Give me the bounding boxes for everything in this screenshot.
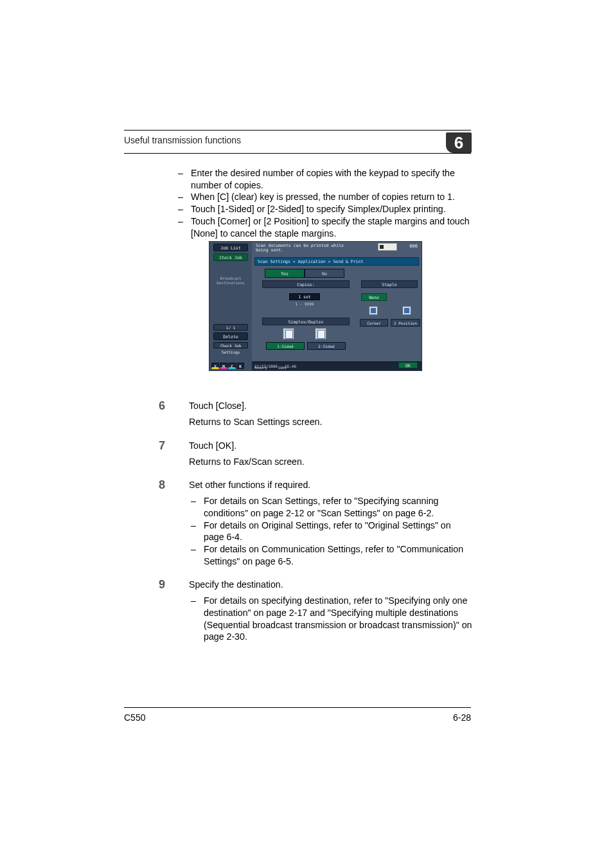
destination-count: 000 xyxy=(409,244,418,249)
two-sided-icon xyxy=(315,328,326,339)
intro-bullet-list: Enter the desired number of copies with … xyxy=(159,167,472,239)
intro-bullet: Touch [1-Sided] or [2-Sided] to specify … xyxy=(191,203,472,215)
status-message: Scan documents can be printed while bein… xyxy=(256,244,344,253)
step-8: 8 Set other functions if required. For d… xyxy=(159,479,472,567)
no-button[interactable]: No xyxy=(305,269,344,278)
toner-k-icon: K xyxy=(236,363,244,369)
footer-rule xyxy=(124,707,471,708)
staple-2position-icon[interactable] xyxy=(402,306,411,315)
header-rule-top xyxy=(124,130,471,131)
footer-memory: Memory 100% xyxy=(254,366,287,370)
toner-y-icon: Y xyxy=(211,363,219,369)
step-8-bullets: For details on Scan Settings, refer to "… xyxy=(159,495,472,567)
chapter-number-badge: 6 xyxy=(446,132,472,153)
step-number: 7 xyxy=(159,439,165,454)
step-number: 6 xyxy=(159,399,165,414)
step-subtext: Returns to Fax/Scan screen. xyxy=(189,456,472,468)
body-content: Enter the desired number of copies with … xyxy=(159,167,472,643)
step-7: 7 Touch [OK]. Returns to Fax/Scan screen… xyxy=(159,440,472,467)
step-number: 8 xyxy=(159,478,165,493)
one-sided-icon xyxy=(283,328,294,339)
intro-bullet: Enter the desired number of copies with … xyxy=(191,167,472,191)
screenshot-main: Scan documents can be printed while bein… xyxy=(252,242,422,370)
screenshot-sidebar: Job List Check Job BroadcastDestinations… xyxy=(209,242,252,370)
toner-m-icon: M xyxy=(220,363,227,369)
staple-2position-button[interactable]: 2 Position xyxy=(391,319,420,327)
device-screenshot: Job List Check Job BroadcastDestinations… xyxy=(209,241,422,371)
yes-button[interactable]: Yes xyxy=(265,269,305,278)
destination-meter-icon xyxy=(378,243,397,251)
page-indicator: 1/ 1 xyxy=(213,324,248,330)
broadcast-destinations-label: BroadcastDestinations xyxy=(209,276,252,285)
staple-heading: Staple xyxy=(361,280,418,288)
toner-c-icon: C xyxy=(228,363,236,369)
step-number: 9 xyxy=(159,577,165,593)
footer-page-number: 6-28 xyxy=(453,712,471,723)
step-text: Touch [OK]. xyxy=(189,440,472,452)
delete-button[interactable]: Delete xyxy=(213,332,248,340)
step-bullet: For details on Communication Settings, r… xyxy=(204,543,472,567)
step-text: Specify the destination. xyxy=(189,579,472,591)
staple-corner-icon[interactable] xyxy=(369,306,378,315)
simplex-duplex-heading: Simplex/Duplex xyxy=(262,318,350,325)
breadcrumb: Scan Settings > Application > Send & Pri… xyxy=(254,257,419,266)
yes-no-row: Yes No xyxy=(265,269,348,278)
status-line-2: being sent. xyxy=(256,248,283,253)
page: Useful transmission functions 6 Enter th… xyxy=(0,0,613,868)
step-9-bullets: For details on specifying destination, r… xyxy=(159,595,472,643)
page-header-title: Useful transmission functions xyxy=(124,135,241,145)
step-bullet: For details on Scan Settings, refer to "… xyxy=(204,495,472,519)
step-6: 6 Touch [Close]. Returns to Scan Setting… xyxy=(159,400,472,428)
step-text: Set other functions if required. xyxy=(189,479,472,491)
staple-none-button[interactable]: None xyxy=(361,293,387,301)
ok-button[interactable]: OK xyxy=(398,362,418,368)
check-job-button[interactable]: Check Job xyxy=(213,253,248,261)
two-sided-button[interactable]: 2-Sided xyxy=(307,342,346,350)
one-sided-button[interactable]: 1-Sided xyxy=(266,342,305,350)
intro-bullet: When [C] (clear) key is pressed, the num… xyxy=(191,191,472,203)
check-job-settings-button[interactable]: Check JobSettings xyxy=(213,342,248,348)
step-bullet: For details on Original Settings, refer … xyxy=(204,520,472,543)
copies-heading: Copies: xyxy=(262,280,350,288)
intro-bullet: Touch [Corner] or [2 Position] to specif… xyxy=(191,215,472,239)
step-subtext: Returns to Scan Settings screen. xyxy=(189,416,472,428)
copies-range: 1 - 9999 xyxy=(289,302,320,306)
toner-indicator: Y M C K xyxy=(211,363,244,369)
header-rule-bottom xyxy=(124,153,471,154)
step-text: Touch [Close]. xyxy=(189,400,472,412)
copies-value: 1 set xyxy=(289,293,320,300)
step-bullet: For details on specifying destination, r… xyxy=(204,595,472,643)
job-list-button[interactable]: Job List xyxy=(213,244,248,251)
footer-model: C550 xyxy=(124,712,145,723)
step-9: 9 Specify the destination. For details o… xyxy=(159,579,472,643)
staple-corner-button[interactable]: Corner xyxy=(360,319,388,327)
